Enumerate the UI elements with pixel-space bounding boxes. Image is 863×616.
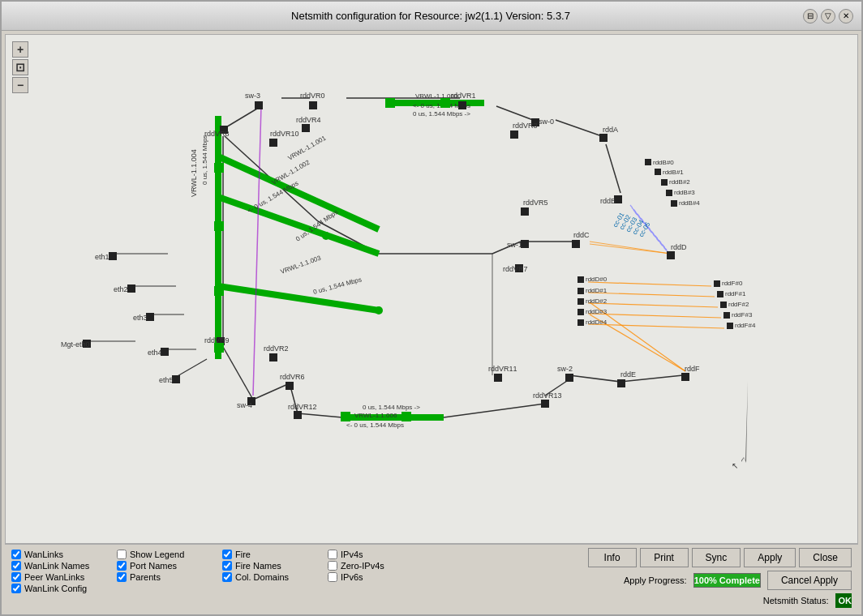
svg-text:rddF#2: rddF#2	[728, 301, 749, 308]
svg-text:rddB#4: rddB#4	[679, 199, 700, 207]
network-diagram[interactable]: VRWL-1.1.004 0 us, 1.544 Mbps VRWL-1.1.0…	[6, 35, 857, 543]
print-button[interactable]: Print	[640, 548, 689, 567]
svg-rect-134	[269, 353, 277, 361]
checkbox-col-2: Show Legend Port Names Parents	[117, 550, 222, 582]
svg-rect-140	[294, 411, 302, 419]
svg-text:rddF#1: rddF#1	[725, 290, 746, 297]
svg-text:rddVR7: rddVR7	[503, 265, 528, 273]
parents-checkbox[interactable]	[117, 572, 127, 582]
svg-rect-100	[667, 251, 675, 259]
svg-text:rddD#0: rddD#0	[586, 276, 608, 283]
svg-point-163	[375, 306, 383, 314]
show-legend-checkbox[interactable]	[117, 550, 127, 559]
svg-text:rddD#2: rddD#2	[586, 297, 608, 305]
checkbox-show-legend[interactable]: Show Legend	[117, 550, 222, 559]
info-button[interactable]: Info	[588, 548, 637, 567]
svg-text:Mgt-eth0: Mgt-eth0	[61, 340, 90, 349]
title-bar: Netsmith configuration for Resource: jw2…	[2, 2, 861, 31]
fire-names-checkbox[interactable]	[222, 561, 232, 571]
svg-text:rddVR0: rddVR0	[300, 92, 325, 100]
col-domains-checkbox[interactable]	[222, 572, 232, 582]
fire-checkbox[interactable]	[222, 550, 232, 559]
zoom-out-btn[interactable]: −	[12, 77, 28, 93]
svg-rect-64	[309, 101, 317, 109]
collapse-btn[interactable]: ⊟	[803, 9, 818, 24]
checkbox-wanlink-names[interactable]: WanLink Names	[11, 561, 117, 571]
checkbox-fire-names[interactable]: Fire Names	[222, 561, 328, 571]
checkbox-parents[interactable]: Parents	[117, 572, 222, 582]
svg-text:<- 0 us, 1.544 Mbps: <- 0 us, 1.544 Mbps	[346, 421, 404, 429]
minimize-btn[interactable]: ▽	[821, 9, 835, 24]
ipv6s-checkbox[interactable]	[328, 572, 337, 582]
svg-text:VRWL-1.1.004: VRWL-1.1.004	[190, 149, 198, 197]
checkbox-zero-ipv4s[interactable]: Zero-IPv4s	[328, 561, 433, 571]
svg-rect-124	[617, 379, 625, 387]
ipv4s-checkbox[interactable]	[328, 550, 337, 559]
svg-rect-159	[440, 98, 450, 108]
svg-text:rddD#3: rddD#3	[586, 308, 608, 315]
svg-rect-116	[717, 291, 723, 297]
wanlinks-checkbox[interactable]	[11, 550, 21, 559]
port-names-checkbox[interactable]	[117, 561, 127, 571]
svg-text:eth3: eth3	[133, 314, 148, 322]
svg-text:sw-1: sw-1	[507, 241, 522, 249]
netsmith-status-value: OK	[835, 593, 852, 608]
svg-text:rddD#4: rddD#4	[586, 319, 608, 326]
svg-rect-154	[214, 163, 224, 173]
svg-rect-118	[720, 302, 727, 308]
apply-button[interactable]: Apply	[744, 548, 796, 567]
checkbox-col-3: Fire Fire Names Col. Domains	[222, 550, 328, 582]
checkbox-port-names[interactable]: Port Names	[117, 561, 222, 571]
svg-rect-66	[458, 101, 466, 109]
svg-rect-90	[671, 200, 677, 207]
close-btn[interactable]: ✕	[839, 9, 853, 24]
checkbox-fire[interactable]: Fire	[222, 550, 328, 559]
svg-rect-106	[577, 298, 584, 305]
svg-rect-132	[286, 382, 294, 390]
wanlink-config-checkbox[interactable]	[11, 584, 21, 593]
svg-text:rddC: rddC	[573, 231, 590, 239]
peer-wanlinks-checkbox[interactable]	[11, 572, 21, 582]
svg-text:0 us, 1.544 Mbps ->: 0 us, 1.544 Mbps ->	[413, 110, 470, 118]
title-buttons: ⊟ ▽ ✕	[803, 9, 853, 24]
svg-rect-155	[214, 221, 224, 231]
svg-text:rddVR12: rddVR12	[288, 403, 317, 411]
checkbox-col-4: IPv4s Zero-IPv4s IPv6s	[328, 550, 433, 582]
checkbox-ipv6s[interactable]: IPv6s	[328, 572, 433, 582]
main-content: Virtual Routers and Connections + ⊡ −	[2, 31, 861, 614]
svg-text:eth2: eth2	[114, 285, 128, 293]
checkbox-col-domains[interactable]: Col. Domains	[222, 572, 328, 582]
svg-rect-160	[341, 412, 350, 421]
sync-button[interactable]: Sync	[692, 548, 741, 567]
svg-rect-104	[577, 288, 584, 294]
svg-text:rddB#2: rddB#2	[669, 178, 690, 186]
checkbox-wanlinks[interactable]: WanLinks	[11, 550, 117, 559]
zoom-in-btn[interactable]: +	[12, 41, 28, 58]
svg-rect-156	[214, 286, 224, 296]
netsmith-status-label: Netsmith Status:	[756, 596, 829, 605]
checkbox-ipv4s[interactable]: IPv4s	[328, 550, 433, 559]
zero-ipv4s-checkbox[interactable]	[328, 561, 337, 571]
wanlink-names-checkbox[interactable]	[11, 561, 21, 571]
svg-rect-63	[255, 101, 263, 109]
svg-text:eth5: eth5	[159, 376, 174, 384]
top-row-panel: WanLinks WanLink Names Peer WanLinks	[11, 548, 852, 608]
cancel-apply-button[interactable]: Cancel Apply	[767, 571, 852, 590]
checkbox-wanlink-config[interactable]: WanLink Config	[11, 584, 117, 593]
svg-rect-84	[655, 169, 661, 175]
svg-text:rddVR6: rddVR6	[280, 373, 305, 381]
main-window: Netsmith configuration for Resource: jw2…	[0, 0, 863, 616]
zoom-fit-btn[interactable]: ⊡	[12, 59, 28, 75]
svg-text:rddF: rddF	[685, 365, 700, 373]
svg-rect-120	[723, 312, 730, 319]
checkbox-peer-wanlinks[interactable]: Peer WanLinks	[11, 572, 117, 582]
window-title: Netsmith configuration for Resource: jw2…	[58, 10, 803, 22]
close-button[interactable]: Close	[799, 548, 852, 567]
svg-text:0 us, 1.544 Mbps ->: 0 us, 1.544 Mbps ->	[363, 404, 420, 411]
svg-text:rddB#3: rddB#3	[674, 189, 695, 196]
svg-text:rddF#4: rddF#4	[735, 322, 756, 329]
apply-progress-label: Apply Progress:	[614, 575, 687, 585]
svg-rect-130	[541, 400, 549, 408]
svg-rect-78	[599, 134, 608, 142]
svg-text:rddA: rddA	[603, 126, 618, 134]
